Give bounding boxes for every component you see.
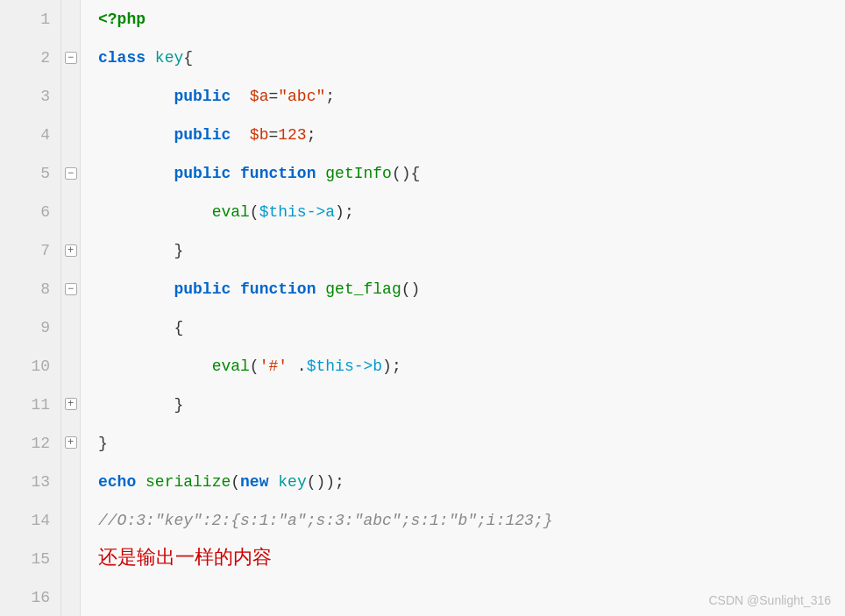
fold-cell-13 [61, 462, 80, 500]
expand-icon: + [65, 244, 77, 257]
code-line-1: <?php [98, 0, 845, 39]
fold-gutter: −−+−++ [61, 0, 81, 616]
token: key [155, 39, 183, 77]
line-number-14: 14 [0, 501, 60, 540]
line-number-11: 11 [0, 386, 60, 424]
line-number-3: 3 [0, 77, 60, 116]
collapse-icon: − [65, 52, 77, 64]
token [231, 77, 250, 116]
token [98, 154, 174, 193]
collapse-icon: − [65, 283, 77, 295]
token: //O:3:"key":2:{s:1:"a";s:3:"abc";s:1:"b"… [98, 501, 552, 540]
code-line-12: } [98, 424, 845, 463]
code-area: 12345678910111213141516 −−+−++ <?phpclas… [0, 0, 845, 616]
token: ; [307, 116, 316, 154]
code-content: <?phpclass key{ public $a="abc"; public … [81, 0, 845, 616]
token [231, 116, 250, 154]
code-line-5: public function getInfo(){ [98, 154, 845, 193]
token: public [174, 116, 231, 154]
token: ; [325, 77, 335, 116]
fold-cell-15 [61, 539, 80, 577]
fold-cell-14 [61, 500, 80, 539]
fold-cell-16 [61, 577, 80, 616]
token: ); [335, 193, 354, 231]
code-line-8: public function get_flag() [98, 270, 845, 308]
token [316, 270, 325, 308]
line-number-13: 13 [0, 463, 60, 501]
token [231, 154, 240, 193]
token [316, 154, 325, 193]
code-line-3: public $a="abc"; [98, 77, 845, 116]
code-line-11: } [98, 386, 845, 424]
token [98, 116, 174, 154]
token: echo [98, 463, 136, 501]
line-number-6: 6 [0, 193, 60, 231]
expand-icon: + [65, 436, 77, 449]
token: = [268, 116, 278, 154]
fold-cell-9 [61, 308, 80, 347]
token: "abc" [278, 77, 325, 116]
fold-cell-2[interactable]: − [61, 39, 80, 77]
fold-cell-5[interactable]: − [61, 154, 80, 193]
code-line-10: eval('#' .$this->b); [98, 347, 845, 386]
token: eval [212, 347, 250, 386]
token [98, 347, 212, 386]
token: } [98, 231, 183, 270]
token [146, 39, 155, 77]
token: $this->b [307, 347, 382, 386]
line-number-15: 15 [0, 540, 60, 578]
code-line-15: 还是输出一样的内容 [98, 540, 845, 578]
token [98, 77, 174, 116]
code-editor: 12345678910111213141516 −−+−++ <?phpclas… [0, 0, 845, 616]
line-number-5: 5 [0, 154, 60, 193]
line-number-4: 4 [0, 116, 60, 154]
fold-cell-12[interactable]: + [61, 423, 80, 462]
line-number-1: 1 [0, 0, 60, 39]
code-line-2: class key{ [98, 39, 845, 77]
token: . [288, 347, 307, 386]
token: function [240, 154, 316, 193]
token: ( [250, 193, 259, 231]
line-number-7: 7 [0, 231, 60, 270]
fold-cell-1 [61, 0, 80, 39]
token: serialize [146, 463, 231, 501]
token: ()); [307, 463, 344, 501]
token: { [98, 308, 183, 347]
token: } [98, 424, 108, 463]
token: public [174, 77, 231, 116]
token [231, 270, 240, 308]
token: $this->a [259, 193, 335, 231]
token: '#' [259, 347, 288, 386]
line-numbers: 12345678910111213141516 [0, 0, 61, 616]
token: = [268, 77, 278, 116]
token: ); [382, 347, 401, 386]
token: } [98, 386, 183, 424]
fold-cell-7[interactable]: + [61, 231, 80, 270]
token: function [240, 270, 316, 308]
code-line-6: eval($this->a); [98, 193, 845, 231]
code-line-13: echo serialize(new key()); [98, 463, 845, 501]
token [98, 193, 212, 231]
watermark: CSDN @Sunlight_316 [708, 593, 831, 607]
token: getInfo [325, 154, 392, 193]
token: () [401, 270, 421, 308]
token: 123 [278, 116, 306, 154]
code-line-14: //O:3:"key":2:{s:1:"a";s:3:"abc";s:1:"b"… [98, 501, 845, 540]
line-number-9: 9 [0, 308, 60, 347]
fold-cell-10 [61, 346, 80, 385]
code-line-9: { [98, 308, 845, 347]
token [268, 463, 278, 501]
fold-cell-3 [61, 77, 80, 116]
token: eval [212, 193, 250, 231]
fold-cell-8[interactable]: − [61, 270, 80, 308]
line-number-8: 8 [0, 270, 60, 308]
token: { [183, 39, 193, 77]
token: ( [231, 463, 240, 501]
fold-cell-11[interactable]: + [61, 385, 80, 423]
line-number-2: 2 [0, 39, 60, 77]
token: new [240, 463, 268, 501]
token: class [98, 39, 146, 77]
line-number-12: 12 [0, 424, 60, 463]
token: get_flag [325, 270, 401, 308]
expand-icon: + [65, 398, 77, 410]
